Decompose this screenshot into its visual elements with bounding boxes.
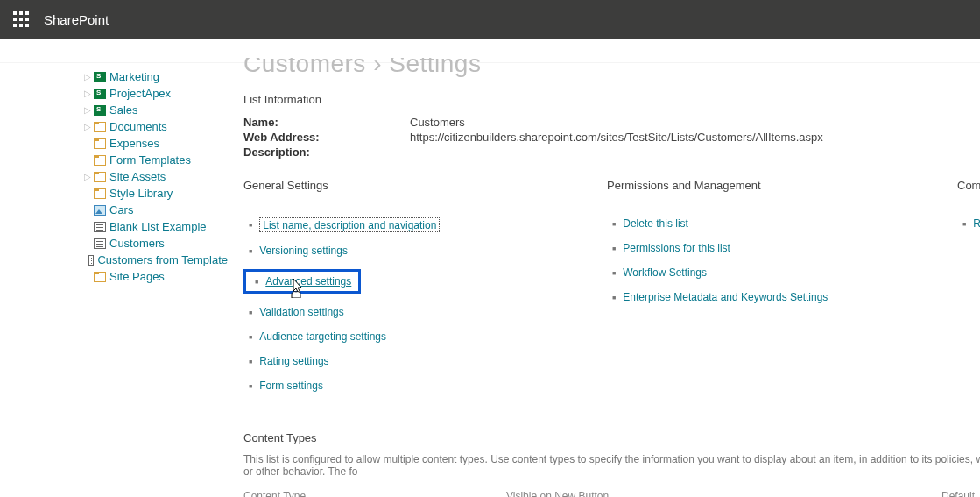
ct-header-visible: Visible on New Button bbox=[506, 490, 909, 497]
expand-caret-icon[interactable]: ▷ bbox=[83, 89, 92, 98]
brand-name[interactable]: SharePoint bbox=[44, 12, 109, 27]
permissions-link[interactable]: Permissions for this list bbox=[623, 242, 730, 254]
nav-link[interactable]: ProjectApex bbox=[109, 87, 171, 100]
sp-icon bbox=[94, 105, 106, 116]
bullet-icon: ■ bbox=[612, 270, 616, 276]
form-settings-link[interactable]: Form settings bbox=[259, 380, 323, 392]
nav-item: Form Templates bbox=[83, 152, 228, 168]
bullet-icon: ■ bbox=[612, 221, 616, 227]
permissions-column: Permissions and Management ■ Delete this… bbox=[607, 179, 957, 398]
expand-caret-icon[interactable]: ▷ bbox=[83, 72, 92, 82]
expand-caret-icon[interactable]: ▷ bbox=[83, 105, 92, 115]
rating-settings-link[interactable]: Rating settings bbox=[259, 355, 328, 367]
expand-caret-icon[interactable]: ▷ bbox=[83, 172, 92, 181]
bullet-icon: ■ bbox=[612, 295, 616, 301]
advanced-settings-highlight: ■ Advanced settings bbox=[243, 269, 361, 294]
nav-item: Site Pages bbox=[83, 268, 228, 285]
bullet-icon: ■ bbox=[249, 383, 252, 389]
name-value: Customers bbox=[410, 116, 465, 129]
folder-icon bbox=[94, 122, 106, 132]
sp-icon bbox=[94, 72, 106, 82]
app-launcher-icon[interactable] bbox=[7, 5, 35, 33]
nav-link[interactable]: Customers bbox=[109, 237, 165, 250]
ct-header-content-type: Content Type bbox=[243, 490, 506, 497]
validation-settings-link[interactable]: Validation settings bbox=[259, 306, 344, 318]
bullet-icon: ■ bbox=[249, 309, 252, 316]
folder-icon bbox=[94, 155, 106, 166]
ct-header-default: Default Content Ty bbox=[909, 490, 975, 497]
nav-link[interactable]: Site Assets bbox=[109, 170, 166, 183]
nav-link[interactable]: Documents bbox=[109, 120, 167, 133]
description-label: Description: bbox=[243, 146, 410, 159]
nav-link[interactable]: Style Library bbox=[109, 187, 173, 200]
bullet-icon: ■ bbox=[249, 334, 252, 340]
folder-icon bbox=[94, 272, 106, 282]
rss-link[interactable]: RSS bbox=[973, 217, 980, 230]
nav-item: Cars bbox=[83, 202, 228, 218]
nav-link[interactable]: Expenses bbox=[109, 137, 159, 150]
general-settings-heading: General Settings bbox=[243, 179, 572, 192]
bullet-icon: ■ bbox=[962, 221, 966, 227]
suite-bar: SharePoint bbox=[0, 0, 980, 39]
nav-link[interactable]: Cars bbox=[109, 203, 133, 217]
bullet-icon: ■ bbox=[249, 222, 252, 228]
nav-link[interactable]: Customers from Template bbox=[97, 253, 228, 266]
nav-item: Blank List Example bbox=[83, 218, 228, 235]
general-settings-column: General Settings ■ List name, descriptio… bbox=[243, 179, 607, 398]
enterprise-metadata-link[interactable]: Enterprise Metadata and Keywords Setting… bbox=[623, 291, 828, 303]
communications-column: Comm ■ RSS bbox=[957, 179, 980, 398]
audience-targeting-link[interactable]: Audience targeting settings bbox=[259, 330, 386, 343]
list-icon bbox=[94, 238, 106, 249]
list-name-link-focus-box: List name, description and navigation bbox=[259, 217, 440, 232]
nav-item: Customers bbox=[83, 235, 228, 252]
bullet-icon: ■ bbox=[612, 245, 616, 252]
nav-link[interactable]: Marketing bbox=[109, 70, 159, 83]
nav-item: Expenses bbox=[83, 135, 228, 152]
content-types-heading: Content Types bbox=[243, 431, 980, 444]
folder-icon bbox=[94, 138, 106, 149]
advanced-settings-link[interactable]: Advanced settings bbox=[265, 275, 351, 288]
list-information-table: Name: Customers Web Address: https://cit… bbox=[243, 115, 980, 160]
list-name-description-link[interactable]: List name, description and navigation bbox=[263, 219, 436, 231]
web-address-label: Web Address: bbox=[243, 131, 410, 144]
delete-list-link[interactable]: Delete this list bbox=[623, 217, 688, 230]
bullet-icon: ■ bbox=[249, 248, 252, 254]
list-icon bbox=[94, 222, 106, 232]
communications-heading: Comm bbox=[957, 179, 980, 192]
versioning-settings-link[interactable]: Versioning settings bbox=[259, 245, 348, 257]
nav-link[interactable]: Blank List Example bbox=[109, 220, 207, 233]
nav-link[interactable]: Sales bbox=[109, 103, 138, 117]
nav-item: ▷Site Assets bbox=[83, 168, 228, 185]
workflow-settings-link[interactable]: Workflow Settings bbox=[623, 266, 707, 279]
list-information-heading: List Information bbox=[243, 93, 980, 106]
bullet-icon: ■ bbox=[249, 359, 252, 365]
nav-item: ▷ProjectApex bbox=[83, 85, 228, 102]
page-title: Customers › Settings bbox=[243, 58, 980, 84]
list-icon bbox=[88, 255, 95, 266]
img-icon bbox=[94, 205, 106, 216]
folder-icon bbox=[94, 172, 106, 182]
quick-launch-nav: ▷Marketing▷ProjectApex▷Sales▷DocumentsEx… bbox=[0, 63, 228, 497]
content-types-description: This list is configured to allow multipl… bbox=[243, 453, 980, 478]
expand-caret-icon[interactable]: ▷ bbox=[83, 122, 92, 131]
nav-link[interactable]: Site Pages bbox=[109, 270, 165, 283]
content-types-section: Content Types This list is configured to… bbox=[243, 431, 980, 497]
sp-icon bbox=[94, 89, 106, 99]
web-address-value: https://citizenbuilders.sharepoint.com/s… bbox=[410, 131, 823, 144]
nav-item: ▷Documents bbox=[83, 118, 228, 135]
main-content: Customers › Settings List Information Na… bbox=[228, 63, 980, 497]
name-label: Name: bbox=[243, 116, 410, 129]
permissions-heading: Permissions and Management bbox=[607, 179, 922, 192]
nav-item: Style Library bbox=[83, 185, 228, 202]
nav-item: ▷Sales bbox=[83, 102, 228, 118]
nav-item: Customers from Template bbox=[83, 252, 228, 268]
bullet-icon: ■ bbox=[255, 279, 258, 285]
folder-icon bbox=[94, 188, 106, 199]
nav-item: ▷Marketing bbox=[83, 68, 228, 85]
nav-link[interactable]: Form Templates bbox=[109, 153, 191, 167]
